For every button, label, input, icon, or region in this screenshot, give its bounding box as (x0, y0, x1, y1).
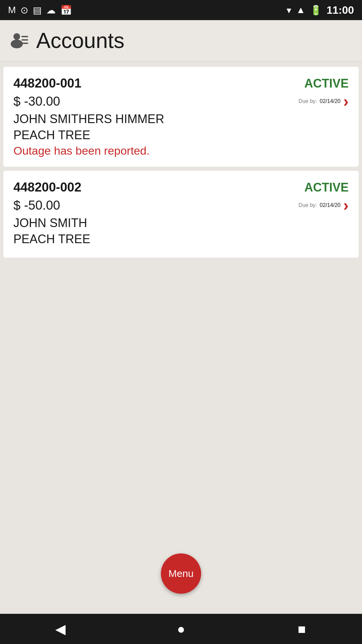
account-row1-2: 448200-002 ACTIVE (13, 180, 349, 195)
svg-point-0 (13, 33, 20, 40)
menu-button[interactable]: Menu (161, 553, 201, 594)
account-location-1: PEACH TREE (13, 128, 349, 142)
svg-rect-2 (21, 36, 28, 37)
account-status-1: ACTIVE (304, 76, 349, 91)
wifi-icon: ▾ (287, 5, 291, 16)
account-name-2: JOHN SMITH (13, 216, 349, 230)
menu-button-label: Menu (168, 568, 193, 579)
account-row2: $ -30.00 Due by: 02/14/20 › (13, 93, 349, 109)
account-balance-1: $ -30.00 (13, 94, 60, 109)
menu-area: Menu (0, 540, 362, 614)
status-time: 11:00 (326, 4, 354, 16)
svg-rect-4 (21, 43, 28, 44)
due-date-2: 02/14/20 (320, 202, 341, 208)
account-number-1: 448200-001 (13, 76, 81, 91)
signal-icon: ▲ (296, 5, 305, 15)
account-alert-1: Outage has been reported. (13, 144, 349, 157)
cloud-icon: ☁ (46, 5, 56, 16)
svg-point-1 (11, 40, 23, 48)
status-bar: M ⊙ ▤ ☁ 📅 ▾ ▲ 🔋 11:00 (0, 0, 362, 20)
account-card-1[interactable]: 448200-001 ACTIVE $ -30.00 Due by: 02/14… (3, 67, 359, 167)
status-left: M ⊙ ▤ ☁ 📅 (8, 5, 72, 16)
calendar-icon: 📅 (60, 5, 72, 16)
due-label-2: Due by: (299, 202, 317, 208)
accounts-list: 448200-001 ACTIVE $ -30.00 Due by: 02/14… (0, 61, 362, 540)
battery-icon: 🔋 (310, 5, 322, 16)
due-date-1: 02/14/20 (320, 98, 341, 104)
record-icon: ⊙ (20, 5, 28, 16)
accounts-icon (9, 31, 29, 51)
account-row2-2: $ -50.00 Due by: 02/14/20 › (13, 197, 349, 213)
page-title: Accounts (36, 28, 124, 53)
chevron-icon-2: › (343, 197, 349, 213)
account-card-2[interactable]: 448200-002 ACTIVE $ -50.00 Due by: 02/14… (3, 171, 359, 258)
gmail-icon: M (8, 5, 16, 15)
page-header: Accounts (0, 20, 362, 61)
account-location-2: PEACH TREE (13, 232, 349, 246)
home-button[interactable]: ● (168, 615, 194, 642)
sim-icon: ▤ (33, 5, 42, 16)
account-due-row-2: Due by: 02/14/20 › (299, 197, 349, 213)
account-status-2: ACTIVE (304, 180, 349, 195)
account-due-row-1: Due by: 02/14/20 › (299, 93, 349, 109)
svg-rect-3 (21, 39, 28, 41)
chevron-icon-1: › (343, 93, 349, 109)
back-button[interactable]: ◀ (47, 615, 74, 642)
account-number-2: 448200-002 (13, 180, 81, 195)
account-row1: 448200-001 ACTIVE (13, 76, 349, 91)
due-label-1: Due by: (299, 98, 317, 104)
account-balance-2: $ -50.00 (13, 198, 60, 213)
recents-button[interactable]: ■ (288, 615, 315, 642)
nav-bar: ◀ ● ■ (0, 614, 362, 644)
account-name-1: JOHN SMITHERS HIMMER (13, 112, 349, 126)
status-right: ▾ ▲ 🔋 11:00 (287, 4, 354, 16)
